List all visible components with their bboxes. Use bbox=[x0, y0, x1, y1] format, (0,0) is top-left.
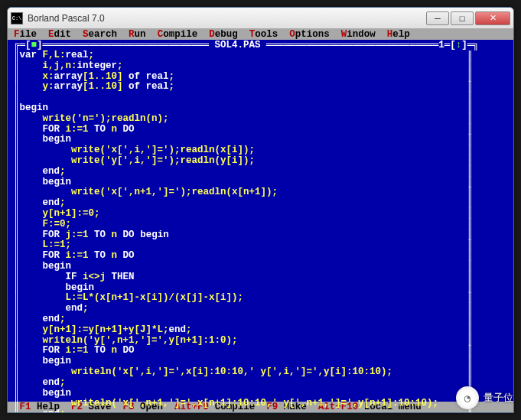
code-line: ║ y[n+1]:=0; ║ bbox=[14, 209, 507, 220]
code-line: ║ end; ║ bbox=[14, 314, 507, 325]
close-box-icon[interactable]: ■ bbox=[31, 40, 37, 50]
code-line: ║ FOR i:=1 TO n DO ║ bbox=[14, 251, 507, 262]
editor-filename: SOL4.PAS bbox=[215, 40, 261, 50]
menu-debug[interactable]: Debug bbox=[209, 29, 238, 40]
code-line: ║ ║ bbox=[14, 93, 507, 103]
window-title: Borland Pascal 7.0 bbox=[28, 13, 105, 24]
menu-run[interactable]: Run bbox=[129, 29, 146, 40]
maximize-button[interactable]: □ bbox=[451, 11, 474, 25]
code-line: ║ y[n+1]:=y[n+1]+y[J]*L;end; ║ bbox=[14, 325, 507, 336]
code-line: ║begin ║ bbox=[14, 103, 507, 114]
menu-bar: File Edit Search Run Compile Debug Tools… bbox=[8, 29, 513, 40]
app-window: C:\ Borland Pascal 7.0 ─ □ ✕ File Edit S… bbox=[7, 7, 514, 413]
code-line: ║ write('n=');readln(n); ║ bbox=[14, 114, 507, 125]
code-line: ║ end; ║ bbox=[14, 167, 507, 177]
menu-tools[interactable]: Tools bbox=[249, 29, 278, 40]
close-button[interactable]: ✕ bbox=[475, 11, 510, 25]
menu-search[interactable]: Search bbox=[83, 29, 117, 40]
menu-compile[interactable]: Compile bbox=[158, 29, 198, 40]
titlebar[interactable]: C:\ Borland Pascal 7.0 ─ □ ✕ bbox=[8, 8, 513, 29]
code-line: ║ end; ║ bbox=[14, 304, 507, 314]
code-line: ║var F,L:real; ║ bbox=[14, 50, 507, 61]
menu-window[interactable]: Window bbox=[341, 29, 376, 40]
code-line: ║ begin ║ bbox=[14, 262, 507, 272]
code-line: ║ writeln('x[',i,']=',x[i]:10:10,' y[',i… bbox=[14, 367, 507, 378]
code-line: ║ write('x[',i,']=');readln(x[i]); ║ bbox=[14, 145, 507, 156]
code-line: ║ IF i<>j THEN ║ bbox=[14, 272, 507, 283]
dos-screen: File Edit Search Run Compile Debug Tools… bbox=[8, 29, 513, 412]
code-line: ║ end; ║ bbox=[14, 409, 507, 412]
code-line: ║ end; ║ bbox=[14, 378, 507, 389]
code-area[interactable]: ║var F,L:real; ║║ i,j,n:integer; ║║ x:ar… bbox=[14, 50, 507, 412]
code-line: ║ write('y[',i,']=');readln(y[i]); ║ bbox=[14, 156, 507, 167]
app-icon: C:\ bbox=[11, 12, 23, 24]
code-line: ║ i,j,n:integer; ║ bbox=[14, 61, 507, 72]
menu-help[interactable]: Help bbox=[387, 29, 410, 40]
code-line: ║ F:=0; ║ bbox=[14, 220, 507, 230]
window-controls: ─ □ ✕ bbox=[425, 11, 510, 25]
frame-top: ╔═[■]═════════════════════════════ SOL4.… bbox=[14, 40, 507, 50]
code-line: ║ begin ║ bbox=[14, 357, 507, 367]
editor-frame: ╔═[■]═════════════════════════════ SOL4.… bbox=[8, 40, 513, 402]
watermark: ◔ 量子位 bbox=[456, 386, 513, 409]
menu-options[interactable]: Options bbox=[289, 29, 330, 40]
minimize-button[interactable]: ─ bbox=[426, 11, 449, 25]
menu-edit[interactable]: Edit bbox=[48, 29, 71, 40]
zoom-icon[interactable]: ↕ bbox=[456, 40, 462, 50]
watermark-logo-icon: ◔ bbox=[456, 386, 479, 409]
code-line: ║ end; ║ bbox=[14, 198, 507, 209]
menu-file[interactable]: File bbox=[14, 29, 37, 40]
watermark-text: 量子位 bbox=[484, 391, 513, 405]
